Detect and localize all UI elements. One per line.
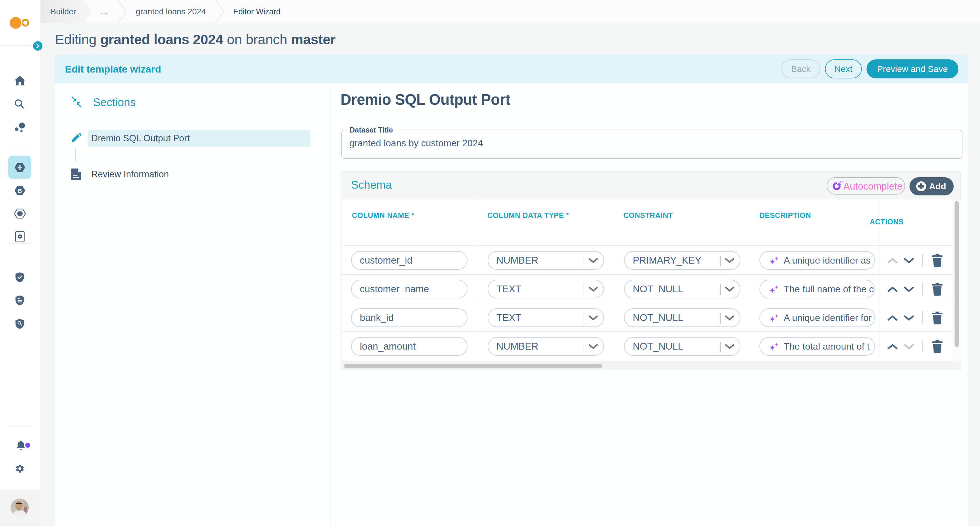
svg-text:B: B bbox=[18, 188, 22, 194]
